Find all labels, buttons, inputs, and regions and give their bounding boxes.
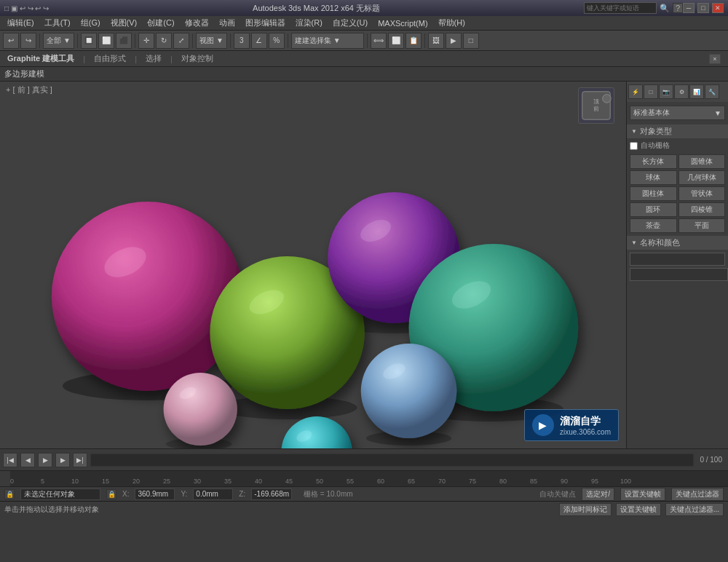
set-keyframe-btn[interactable]: 设置关键帧	[620, 488, 665, 501]
viewport-nav[interactable]: 顶 前	[578, 87, 614, 124]
align-btn[interactable]: ⬜	[388, 33, 404, 49]
y-field[interactable]: 0.0mm	[193, 488, 233, 500]
play-btn[interactable]: ▶	[38, 453, 52, 467]
viewport-label: + [ 前 ] 真实 ]	[6, 84, 52, 95]
minimize-button[interactable]: ─	[683, 3, 695, 13]
object-name-input[interactable]	[630, 253, 725, 266]
select-by-name-btn[interactable]: 🔲	[81, 33, 97, 49]
select-all-dropdown[interactable]: 全部 ▼	[43, 33, 74, 49]
key-filter-btn[interactable]: 关键点过滤器	[671, 488, 724, 501]
panel-btn-chart[interactable]: 📊	[689, 84, 704, 99]
redo-btn[interactable]: ↪	[20, 33, 36, 49]
menu-item-create[interactable]: 创建(C)	[143, 17, 178, 29]
ruler-tick-70: 70	[438, 478, 446, 485]
x-lock[interactable]: 🔒	[106, 489, 116, 499]
viewport[interactable]: + [ 前 ] 真实 ] 顶 前	[0, 82, 626, 448]
main-toolbar: ↩ ↪ 全部 ▼ 🔲 ⬜ ⬛ ✛ ↻ ⤢ 视图 ▼ 3 ∠ % 建建选择集 ▼ …	[0, 31, 728, 51]
search-icon[interactable]: 🔍	[660, 4, 670, 13]
grid-settings-btn[interactable]: 设置关键帧	[616, 503, 661, 516]
btn-plane[interactable]: 平面	[678, 218, 726, 233]
panel-btn-camera[interactable]: 📷	[659, 84, 673, 99]
panel-btn-lightning[interactable]: ⚡	[628, 84, 643, 99]
sphere-pink-small	[164, 373, 237, 446]
search-input[interactable]	[584, 2, 657, 14]
panel-btn-settings[interactable]: ⚙	[674, 84, 689, 99]
btn-tube[interactable]: 管状体	[678, 186, 726, 201]
btn-sphere[interactable]: 球体	[630, 170, 677, 185]
btn-pyramid[interactable]: 四棱锥	[678, 202, 726, 217]
btn-box[interactable]: 长方体	[630, 154, 677, 169]
next-key-btn[interactable]: ▶	[55, 453, 70, 467]
menu-item-help[interactable]: 帮助(H)	[434, 17, 470, 29]
name-color-group-header[interactable]: ▼ 名称和颜色	[627, 236, 728, 250]
scale-btn[interactable]: ⤢	[173, 33, 189, 49]
menu-item-maxscript[interactable]: MAXScript(M)	[373, 18, 432, 28]
rotate-btn[interactable]: ↻	[156, 33, 172, 49]
color-text-input[interactable]	[630, 268, 728, 281]
prev-key-btn[interactable]: ◀	[20, 453, 35, 467]
help-icon[interactable]: ?	[673, 3, 683, 13]
x-field[interactable]: 360.9mm	[135, 488, 175, 500]
btn-cone[interactable]: 圆锥体	[678, 154, 726, 169]
select-move-btn[interactable]: ✛	[138, 33, 154, 49]
maximize-button[interactable]: □	[697, 3, 709, 13]
3d-snap-btn[interactable]: 3	[234, 33, 250, 49]
render-setup-btn[interactable]: 🖼	[428, 33, 444, 49]
chevron-down-icon3: ▼	[333, 36, 341, 44]
total-frames: 100	[710, 456, 722, 464]
menu-item-tools[interactable]: 工具(T)	[40, 17, 75, 29]
btn-cylinder[interactable]: 圆柱体	[630, 186, 677, 201]
add-time-tag-btn[interactable]: 添加时间标记	[559, 503, 612, 516]
ruler-tick-20: 20	[132, 478, 140, 485]
mirror-btn[interactable]: ⟺	[371, 33, 387, 49]
ruler-tick-95: 95	[591, 478, 598, 485]
menu-item-animation[interactable]: 动画	[215, 17, 240, 29]
undo-btn[interactable]: ↩	[3, 33, 19, 49]
tab-close-btn[interactable]: ×	[709, 54, 721, 64]
angle-snap-btn[interactable]: ∠	[251, 33, 267, 49]
btn-teapot[interactable]: 茶壶	[630, 218, 677, 233]
render-frame-btn[interactable]: □	[463, 33, 479, 49]
poly-modeling-toolbar: 多边形建模	[0, 67, 728, 82]
menu-item-customize[interactable]: 自定义(U)	[328, 17, 372, 29]
close-button[interactable]: ✕	[712, 3, 724, 13]
menu-item-graph-editor[interactable]: 图形编辑器	[241, 17, 290, 29]
lock-icon[interactable]: 🔒	[4, 489, 15, 499]
menu-item-view[interactable]: 视图(V)	[106, 17, 142, 29]
select-region-btn[interactable]: ⬜	[98, 33, 114, 49]
status-bar-coords: 🔒 未选定任何对象 🔒 X: 360.9mm Y: 0.0mm Z: -169.…	[0, 486, 728, 501]
render-btn[interactable]: ▶	[446, 33, 462, 49]
prev-frame-btn[interactable]: |◀	[3, 453, 17, 467]
obj-type-group-header[interactable]: ▼ 对象类型	[627, 124, 728, 138]
ruler-track[interactable]: 0 5 10 15 20 25 30 35 40 45 50 55 60 65 …	[10, 471, 728, 486]
menu-item-group[interactable]: 组(G)	[76, 17, 105, 29]
select-tab[interactable]: 选择	[143, 52, 165, 65]
percent-snap-btn[interactable]: %	[269, 33, 285, 49]
menu-item-modifiers[interactable]: 修改器	[181, 17, 213, 29]
freeform-tab[interactable]: 自由形式	[91, 52, 129, 65]
panel-standard-section: 标准基本体 ▼	[627, 102, 728, 124]
panel-btn-display[interactable]: □	[644, 84, 658, 99]
view-label: 视图	[199, 36, 214, 46]
window-crossing-btn[interactable]: ⬛	[116, 33, 132, 49]
object-buttons-grid: 长方体 圆锥体 球体 几何球体 圆柱体 管状体 圆环 四棱锥 茶壶 平面	[627, 152, 728, 235]
toolbar-sep6	[288, 33, 288, 48]
key-filter2-btn[interactable]: 关键点过滤器...	[665, 503, 724, 516]
timeline-track[interactable]	[90, 454, 694, 467]
nav-cube[interactable]: 顶 前	[578, 87, 614, 124]
next-frame-btn[interactable]: ▶|	[73, 453, 87, 467]
panel-btn-wrench[interactable]: 🔧	[705, 84, 719, 99]
menu-item-render[interactable]: 渲染(R)	[291, 17, 327, 29]
standard-primitives-dropdown[interactable]: 标准基本体 ▼	[630, 106, 725, 120]
layer-manager-btn[interactable]: 📋	[405, 33, 422, 49]
named-selection-dropdown[interactable]: 建建选择集 ▼	[291, 33, 364, 49]
ruler-tick-65: 65	[408, 478, 415, 485]
menu-item-edit[interactable]: 编辑(E)	[3, 17, 39, 29]
view-dropdown[interactable]: 视图 ▼	[196, 33, 227, 49]
obj-ctrl-tab[interactable]: 对象控制	[178, 52, 216, 65]
z-field[interactable]: -169.668m	[251, 488, 292, 500]
auto-grid-checkbox[interactable]	[630, 142, 638, 150]
btn-geosphere[interactable]: 几何球体	[678, 170, 726, 185]
btn-torus[interactable]: 圆环	[630, 202, 677, 217]
select-set-btn[interactable]: 选定对/	[582, 488, 614, 501]
